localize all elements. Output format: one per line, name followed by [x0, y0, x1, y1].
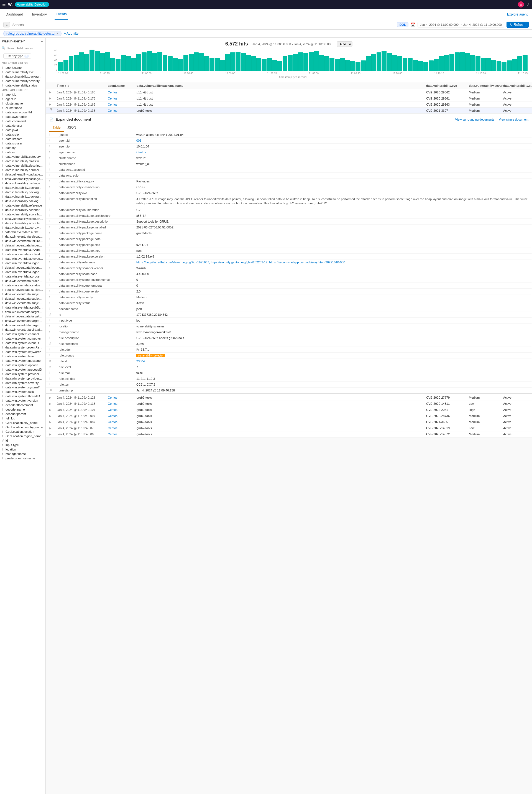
sidebar-selected-field[interactable]: fdata.vulnerability.cve	[0, 70, 45, 74]
searchbar-toggle[interactable]: ≡	[3, 22, 10, 27]
sidebar-available-field[interactable]: fdata.vulnerability.score.temporal	[0, 221, 45, 225]
td-agent[interactable]: Centos	[106, 426, 133, 430]
table-row[interactable]: ▶ Jan 4, 2024 @ 11:09:40.173 Centos p11-…	[46, 95, 532, 101]
search-input[interactable]	[12, 23, 395, 27]
row-toggle[interactable]: ▶	[49, 396, 54, 400]
sidebar-available-field[interactable]: fdata.win.eventdata.targetDomainName	[0, 310, 45, 314]
row-toggle[interactable]: ▶	[49, 408, 54, 412]
auto-select[interactable]: Auto	[337, 41, 353, 47]
sidebar-available-field[interactable]: fdata.win.eventdata.status	[0, 283, 45, 288]
sidebar-available-field[interactable]: fdata.win.eventdata.authenticationPackag…	[0, 230, 45, 234]
field-value-link[interactable]: 003	[136, 139, 141, 142]
sidebar-available-field[interactable]: fdata.vulnerability.package.type	[0, 194, 45, 199]
sidebar-available-field[interactable]: fdata.win.eventdata.failureReason	[0, 239, 45, 243]
sidebar-available-field[interactable]: fdecoder.ftscomment	[0, 403, 45, 407]
td-agent[interactable]: Centos	[106, 408, 133, 411]
sidebar-available-field[interactable]: fdata.vulnerability.reference	[0, 203, 45, 208]
sidebar-available-field[interactable]: fdata.vulnerability.category	[0, 154, 45, 159]
row-toggle[interactable]: ▶	[49, 414, 54, 418]
nav-dashboard[interactable]: Dashboard	[4, 9, 24, 20]
refresh-button[interactable]: ↻ Refresh	[507, 22, 529, 28]
sidebar-available-field[interactable]: fdata.win.system.computer	[0, 336, 45, 341]
sidebar-available-field[interactable]: fdata.win.eventdata.targetUserName	[0, 318, 45, 323]
sidebar-available-field[interactable]: fdata.vulnerability.package.architecture	[0, 172, 45, 177]
sidebar-available-field[interactable]: fdata.win.eventdata.ipPort	[0, 252, 45, 256]
nav-inventory[interactable]: Inventory	[31, 9, 48, 20]
sidebar-available-field[interactable]: fdata.win.eventdata.elevatedToken	[0, 234, 45, 239]
sidebar-available-field[interactable]: fdata.win.eventdata.logonGuid	[0, 261, 45, 265]
field-value-link[interactable]: 23504	[136, 359, 145, 363]
table-row[interactable]: ▶ Jan 4, 2024 @ 11:09:40.066 Centos grub…	[46, 431, 532, 438]
filter-remove-icon[interactable]: ×	[57, 32, 58, 36]
sidebar-available-field[interactable]: finput.type	[0, 443, 45, 447]
sidebar-available-field[interactable]: fpredecoder.hostname	[0, 456, 45, 461]
sidebar-available-field[interactable]: fdata.command	[0, 119, 45, 123]
sidebar-collapse-icon[interactable]: ⇤	[41, 40, 43, 43]
sidebar-available-field[interactable]: fdata.win.system.eventRecordID	[0, 345, 45, 350]
sidebar-available-field[interactable]: fdata.win.system.channel	[0, 332, 45, 336]
row-toggle[interactable]: ▶	[50, 108, 53, 113]
filter-by-type-button[interactable]: Filter by type 5	[3, 54, 31, 58]
sidebar-available-field[interactable]: fdata.win.eventdata.subjectDomainName	[0, 288, 45, 292]
sidebar-available-field[interactable]: fdata.vulnerability.score.environmental	[0, 217, 45, 221]
row-toggle[interactable]: ▶	[49, 426, 54, 430]
table-row[interactable]: ▶ Jan 4, 2024 @ 11:09:40.162 Centos p11-…	[46, 101, 532, 108]
sidebar-available-field[interactable]: fdata.vulnerability.package.installed	[0, 181, 45, 185]
sidebar-available-field[interactable]: fmanager.name	[0, 451, 45, 456]
sidebar-available-field[interactable]: fGeoLocation.location	[0, 429, 45, 434]
row-toggle[interactable]: ▶	[49, 402, 54, 406]
td-agent[interactable]: Centos	[106, 420, 133, 424]
table-row[interactable]: ▶ Jan 4, 2024 @ 11:09:40.183 Centos p11-…	[46, 89, 532, 95]
sidebar-available-field[interactable]: fdata.win.system.severityValue	[0, 381, 45, 385]
sidebar-available-field[interactable]: fdata.vulnerability.package.description	[0, 177, 45, 181]
sidebar-available-field[interactable]: fdata.win.eventdata.subjectUserName	[0, 296, 45, 301]
sidebar-available-field[interactable]: fagent.ip	[0, 97, 45, 101]
sidebar-available-field[interactable]: fGeoLocation.country_name	[0, 425, 45, 429]
sidebar-available-field[interactable]: fdata.vulnerability.package.path	[0, 185, 45, 190]
sidebar-available-field[interactable]: flocation	[0, 447, 45, 451]
field-value-link[interactable]: Centos	[136, 150, 146, 154]
td-agent[interactable]: Centos	[106, 103, 133, 106]
th-time[interactable]: Time ↑ ▲	[55, 84, 104, 87]
td-agent[interactable]: Centos	[106, 414, 133, 418]
th-pkg[interactable]: data.vulnerability.package.name	[134, 84, 423, 87]
td-agent[interactable]: Centos	[106, 109, 133, 112]
menu-icon[interactable]: ☰	[2, 2, 6, 7]
sidebar-selected-field[interactable]: fdata.vulnerability.package.name	[0, 74, 45, 79]
view-surrounding-link[interactable]: View surrounding documents	[455, 118, 495, 121]
sidebar-available-field[interactable]: fdata.win.system.level	[0, 354, 45, 358]
add-filter-button[interactable]: + Add filter	[64, 32, 79, 36]
sidebar-available-field[interactable]: fdata.vulnerability.description	[0, 163, 45, 168]
sidebar-available-field[interactable]: fagent.id	[0, 92, 45, 97]
expand-icon[interactable]: ⤢	[526, 2, 530, 7]
field-value-link[interactable]: https://bugzilla.redhat.com/show_bug.cgi…	[136, 261, 345, 264]
sidebar-available-field[interactable]: ffull_log	[0, 416, 45, 421]
sidebar-available-field[interactable]: fdata.win.eventdata.logonProcessName	[0, 265, 45, 270]
sidebar-available-field[interactable]: fdata.vulnerability.enumeration	[0, 168, 45, 172]
tab-json[interactable]: JSON	[64, 124, 79, 132]
table-row[interactable]: ▶ Jan 4, 2024 @ 11:09:40.138 Centos grub…	[46, 108, 532, 114]
sidebar-available-field[interactable]: fdata.win.system.message	[0, 358, 45, 363]
sidebar-available-field[interactable]: fdata.win.eventdata.keyLength	[0, 256, 45, 261]
sidebar-available-field[interactable]: fGeoLocation.city_name	[0, 421, 45, 425]
sidebar-available-field[interactable]: fdata.win.system.eventID	[0, 341, 45, 345]
sidebar-available-field[interactable]: fdata.vulnerability.score.version	[0, 225, 45, 230]
sidebar-available-field[interactable]: fdata.win.system.task	[0, 389, 45, 394]
sidebar-available-field[interactable]: fdata.srcip	[0, 132, 45, 137]
sidebar-selected-field[interactable]: fdata.vulnerability.status	[0, 83, 45, 88]
sidebar-available-field[interactable]: fdata.win.eventdata.targetLinkedLogonId	[0, 314, 45, 318]
th-status[interactable]: data.vulnerability.status	[501, 84, 529, 87]
sidebar-available-field[interactable]: fdata.win.system.threadID	[0, 394, 45, 399]
calendar-icon[interactable]: 📅	[411, 22, 415, 27]
sidebar-available-field[interactable]: fdata.aws.accountId	[0, 110, 45, 114]
td-agent[interactable]: Centos	[106, 432, 133, 436]
table-row[interactable]: ▶ Jan 4, 2024 @ 11:09:40.128 Centos grub…	[46, 395, 532, 401]
table-row[interactable]: ▶ Jan 4, 2024 @ 11:09:40.107 Centos grub…	[46, 407, 532, 413]
sidebar-available-field[interactable]: #id	[0, 438, 45, 443]
sidebar-selected-field[interactable]: fdata.vulnerability.severity	[0, 79, 45, 83]
row-toggle[interactable]: ▶	[49, 420, 54, 424]
sidebar-available-field[interactable]: fdecoder.name	[0, 407, 45, 412]
sidebar-available-field[interactable]: fdata.win.eventdata.impersonationLevel	[0, 243, 45, 247]
sidebar-available-field[interactable]: fdata.win.system.systemTime	[0, 385, 45, 389]
sidebar-available-field[interactable]: fdata.win.eventdata.subStatus	[0, 305, 45, 310]
